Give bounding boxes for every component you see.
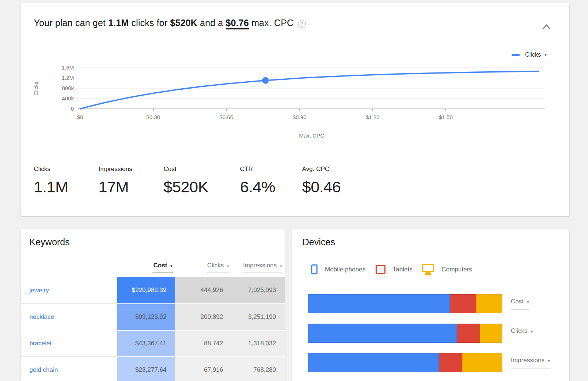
title-suffix: max. CPC xyxy=(249,18,294,28)
keyword-row: necklace$99,123.92200,8923,251,190 xyxy=(21,303,285,330)
keywords-table-header: Cost Clicks Impressions xyxy=(21,229,285,273)
stat-value: 6.4% xyxy=(240,178,275,196)
devices-title: Devices xyxy=(302,237,335,248)
stat-value: 1.1M xyxy=(34,178,68,196)
clicks-cell: 200,892 xyxy=(175,303,232,330)
impressions-cell: 768,280 xyxy=(232,356,285,381)
metric-select-control[interactable]: Impressions xyxy=(511,357,550,368)
cost-cell: $43,367.41 xyxy=(117,330,175,356)
forecast-card: Your plan can get 1.1M clicks for $520K … xyxy=(21,3,569,216)
keyword-cell: jewelry xyxy=(21,277,117,303)
stat-value: $0.46 xyxy=(302,178,341,196)
device-metric-select-impressions: Impressions xyxy=(511,353,566,372)
stat-cost: Cost $520K xyxy=(164,165,208,196)
column-label: Clicks xyxy=(207,262,224,269)
sort-by-clicks[interactable]: Clicks xyxy=(207,262,230,273)
metric-select-control[interactable]: Cost xyxy=(511,298,529,310)
bar-segment-tablets xyxy=(439,353,462,372)
collapse-panel-button[interactable] xyxy=(541,23,552,32)
y-axis-title: Clicks xyxy=(33,82,39,95)
y-axis-tick-label: 1.6M xyxy=(62,64,74,71)
legend-item: Mobile phones xyxy=(311,264,366,274)
bar-segment-computers xyxy=(476,294,502,313)
keyword-link[interactable]: necklace xyxy=(29,313,54,321)
tablet-icon xyxy=(376,265,386,274)
forecast-title: Your plan can get 1.1M clicks for $520K … xyxy=(34,18,306,28)
bar-segment-tablets xyxy=(457,324,480,343)
sort-by-impressions[interactable]: Impressions xyxy=(242,262,283,273)
title-max-cpc-value[interactable]: $0.76 xyxy=(226,18,249,29)
impressions-cell: 7,025,093 xyxy=(232,277,285,303)
x-axis-tick-label: $0 xyxy=(77,114,83,120)
stat-avg-cpc: Avg. CPC $0.46 xyxy=(302,165,341,196)
devices-bars xyxy=(308,294,502,381)
keyword-cell: necklace xyxy=(21,303,117,330)
keyword-cell: gold chain xyxy=(21,356,117,381)
sort-caret-icon xyxy=(280,264,282,268)
metric-select-label: Impressions xyxy=(511,357,545,364)
keyword-link[interactable]: bracelet xyxy=(29,340,51,347)
column-label: Impressions xyxy=(243,262,277,269)
x-axis-tick-label: $1.50 xyxy=(439,114,453,120)
x-axis-tick-label: $0.60 xyxy=(219,114,233,120)
stat-label: Impressions xyxy=(98,165,132,173)
chevron-up-icon xyxy=(541,23,552,32)
bar-segment-mobile-phones xyxy=(308,324,457,343)
impressions-cell: 3,251,190 xyxy=(232,303,285,330)
stat-value: 17M xyxy=(98,178,132,196)
y-axis-tick-label: 400k xyxy=(62,95,74,102)
device-bar-cost xyxy=(308,294,502,313)
chart-marker[interactable] xyxy=(262,77,269,84)
x-axis-tick-label: $0.30 xyxy=(146,114,160,120)
legend-label: Tablets xyxy=(393,266,413,273)
divider xyxy=(21,152,569,152)
mobile-phone-icon xyxy=(311,264,318,274)
clicks-cell: 88,742 xyxy=(175,330,232,356)
help-icon[interactable] xyxy=(298,20,306,28)
devices-metric-selects: CostClicksImpressions xyxy=(511,294,566,381)
bar-segment-computers xyxy=(462,353,502,372)
stat-label: Clicks xyxy=(34,165,68,173)
metric-select-label: Cost xyxy=(511,298,524,305)
cost-cell: $220,982.39 xyxy=(117,277,175,303)
legend-item: Computers xyxy=(422,264,472,275)
title-clicks-value: 1.1M xyxy=(108,18,129,28)
y-axis-tick-label: 800k xyxy=(62,85,74,91)
computer-icon xyxy=(422,264,434,272)
cpc-clicks-chart: 0400k800k1.2M1.6M$0$0.30$0.60$0.90$1.20$… xyxy=(21,50,569,149)
x-axis-tick-label: $0.90 xyxy=(293,114,306,120)
keywords-table-body: jewelry$220,982.39444,9267,025,093neckla… xyxy=(21,277,285,381)
keywords-card: Keywords Cost Clicks Impressions jewelry… xyxy=(21,229,285,381)
x-axis-title: Max. CPC xyxy=(299,132,325,139)
device-metric-select-clicks: Clicks xyxy=(511,324,566,343)
sort-caret-icon xyxy=(227,264,229,268)
stat-label: CTR xyxy=(240,165,275,173)
keyword-link[interactable]: gold chain xyxy=(29,366,58,374)
title-cost-value: $520K xyxy=(170,18,197,28)
cost-cell: $99,123.92 xyxy=(117,303,175,330)
keyword-cell: bracelet xyxy=(21,330,117,356)
sort-by-cost[interactable]: Cost xyxy=(153,262,173,273)
legend-item: Tablets xyxy=(376,265,413,274)
bar-segment-mobile-phones xyxy=(308,353,439,372)
y-axis-tick-label: 1.2M xyxy=(62,75,74,81)
chevron-down-icon xyxy=(531,329,533,334)
metric-select-label: Clicks xyxy=(511,327,527,334)
sort-caret-icon xyxy=(171,264,172,268)
impressions-cell: 1,318,032 xyxy=(232,330,285,356)
legend-label: Computers xyxy=(441,266,472,273)
keyword-row: jewelry$220,982.39444,9267,025,093 xyxy=(21,277,285,303)
cost-cell: $23,277.64 xyxy=(117,356,175,381)
stat-impressions: Impressions 17M xyxy=(98,165,132,196)
stat-clicks: Clicks 1.1M xyxy=(34,165,68,196)
stat-label: Avg. CPC xyxy=(302,165,341,173)
clicks-cell: 444,926 xyxy=(175,277,232,303)
metric-select-control[interactable]: Clicks xyxy=(511,327,533,339)
title-mid1: clicks for xyxy=(129,18,170,28)
keyword-link[interactable]: jewelry xyxy=(29,287,49,294)
x-axis-tick-label: $1.20 xyxy=(366,114,380,120)
device-bar-clicks xyxy=(308,324,502,343)
clicks-curve xyxy=(80,71,538,109)
device-bar-impressions xyxy=(308,353,502,372)
title-prefix: Your plan can get xyxy=(34,18,108,28)
